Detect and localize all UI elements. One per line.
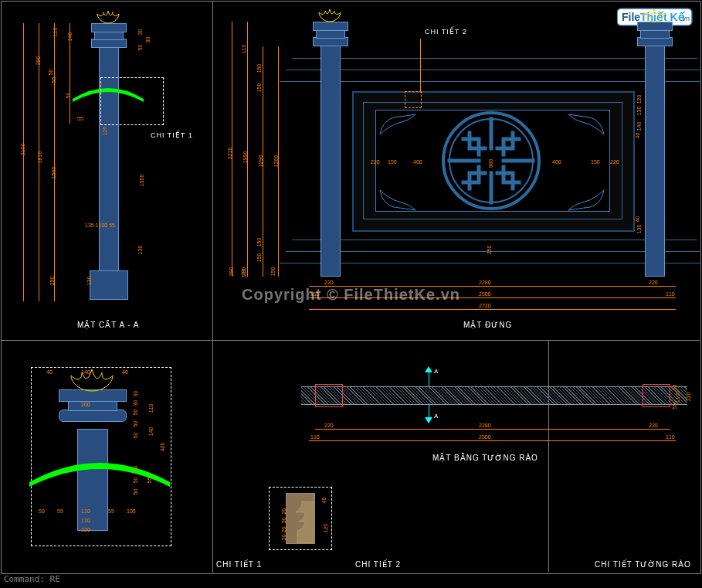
d1-50l: 50 [39,508,45,514]
dim-140r: 140 [636,122,642,131]
planv-55a: 55 [672,385,677,391]
d1v-50b: 50 [133,421,138,427]
dim-1990: 1990 [242,151,248,164]
watermark-center: Copyright © FileThietKe.vn [242,285,460,303]
marker-a-top: A [434,368,439,375]
d1-220: 220 [81,527,90,532]
wall-step1 [292,58,697,59]
dim-980: 980 [488,159,493,168]
section-mark-bot [429,403,429,419]
elevation-label: MẶT ĐỨNG [463,321,512,329]
dim-400b: 400 [552,159,561,165]
plan-label: MẶT BẰNG TƯỜNG RÀO [432,454,538,462]
detail1-callout-label: CHI TIẾT 1 [151,131,193,139]
dim-150c: 150 [256,238,262,247]
plan-dim-h1 [315,429,670,430]
plan-220r: 220 [649,423,658,428]
dim-2210: 2210 [227,148,232,160]
dim-220h1: 220 [324,280,334,285]
d1v-110: 110 [148,404,154,413]
lotus-icon-d1 [62,363,122,396]
corner-dec-tl [378,113,417,139]
d1v-50f: 50 [133,489,138,495]
plan-220l: 220 [324,423,334,428]
plan-dim-h2 [309,440,676,441]
detail2-leader-v [420,83,421,93]
dim-axis-v4 [70,23,70,124]
detail2-callout-label: CHI TIẾT 2 [425,28,467,36]
d2-20a: 20 [281,535,287,541]
dim-220h2: 220 [649,280,658,285]
elev-col-right [645,45,665,277]
dim-150h: 150 [388,159,397,165]
d1-55r: 55 [108,508,114,514]
dim-130b: 130 [86,277,92,286]
green-tile-d1 [29,454,170,490]
dim-250c: 250 [487,246,492,255]
divider-v1 [212,1,213,573]
dim-2720: 2720 [479,303,491,308]
dim-110e: 110 [241,45,246,54]
d2-molding-bg [286,493,315,544]
d2-20b: 20 [281,527,287,533]
d1-110m: 110 [81,508,90,514]
plan-2280: 2280 [479,423,491,428]
dim-400a: 400 [413,159,422,165]
dim-110h2: 110 [666,291,675,297]
d1-cap2 [68,400,117,411]
dim-150d: 150 [256,253,262,263]
d1v-30a: 30 [133,391,138,397]
d1-40b: 40 [122,369,128,375]
logo-text3: .vn [680,15,690,22]
section-base [90,270,128,300]
planv-55b: 55 [672,403,677,410]
section-aa-label: MẶT CẮT A - A [77,321,140,329]
d2-30: 30 [281,518,287,524]
dim-130r2: 130 [636,225,642,234]
d1-110b: 110 [81,518,90,523]
dim-axis-v3 [54,23,55,301]
dim-axis-v2 [39,23,39,301]
d1v-55: 55 [147,478,152,484]
dim-40r2: 40 [635,133,640,139]
corner-dec-br [567,185,605,212]
dim-50a: 50 [48,70,53,76]
dim-2280: 2280 [479,280,491,285]
corner-dec-bl [378,185,417,212]
wall-step2 [286,70,701,70]
d1v-400: 400 [160,443,165,452]
plan-110l: 110 [310,434,320,440]
dim-220a: 220 [371,159,380,165]
dim-120r: 120 [636,95,642,104]
d1v-50e: 50 [133,478,138,484]
lotus-icon-elev-left [314,5,345,26]
detail2-callout-box [405,91,422,108]
dim-30b: 30 [145,37,151,43]
plan-col-left [315,384,343,407]
dim-1100-55-135: 135 1100 55 [85,223,115,228]
wall-step5 [286,251,701,252]
d1v-50c: 50 [133,433,138,439]
command-line[interactable]: Command: RE [4,574,60,584]
section-arrow-top [425,366,432,372]
dim-130a: 130 [137,246,143,255]
detail2-leader-v2 [420,39,421,83]
wall-step6 [280,263,701,263]
dim-30a: 30 [137,29,143,36]
d1-55l: 55 [57,508,63,514]
dim-1260: 1260 [273,155,279,168]
d1-200: 200 [81,402,90,407]
d1v-140: 140 [148,427,154,437]
cad-canvas: File Thiết Kế .vn CHI TIẾT 1 2100 1810 1… [0,0,702,588]
dim-150a: 150 [256,64,262,73]
detail1-callout [100,77,164,125]
lotus-icon-section [93,6,124,28]
dim-290e: 290 [229,267,234,277]
wall-step4 [292,240,697,240]
d2-120: 120 [323,524,328,533]
d1-cap1 [59,410,127,422]
dim-5550: 55 [77,116,83,121]
dim-220b: 220 [610,159,619,165]
dim-130r: 130 [636,107,642,116]
lotus-icon-elev-right [639,5,670,26]
